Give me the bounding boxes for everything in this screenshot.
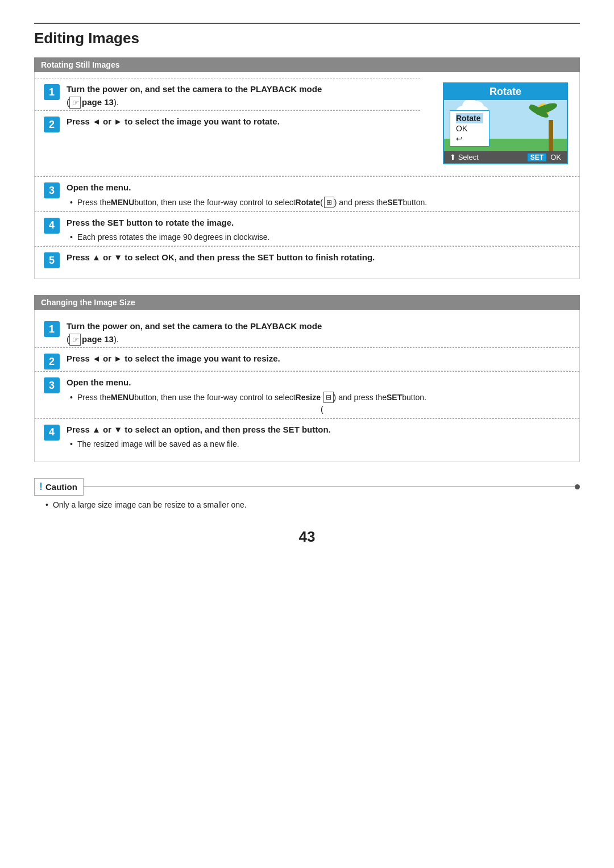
resize-icon: ⊟ — [323, 392, 334, 403]
rotate-footer: ⬆ Select SET OK — [444, 151, 567, 163]
step-2-text: Press ◄ or ► to select the image you wan… — [67, 115, 411, 128]
step-r3-text: Open the menu. — [67, 376, 570, 389]
step-5-rotating: 5 Press ▲ or ▼ to select OK, and then pr… — [35, 246, 579, 269]
caution-line — [84, 487, 575, 488]
step-r4-bullets: The resized image will be saved as a new… — [67, 438, 570, 450]
step-num-3: 3 — [44, 182, 60, 198]
step-r1-content: Turn the power on, and set the camera to… — [67, 320, 570, 346]
step-r2-bold: Press ◄ or ► to select the image you wan… — [67, 354, 280, 363]
step-3-bold: Open the menu. — [67, 182, 131, 192]
step-r4-bold: Press ▲ or ▼ to select an option, and th… — [67, 425, 331, 434]
step-5-content: Press ▲ or ▼ to select OK, and then pres… — [67, 251, 570, 264]
section-header-rotating: Rotating Still Images — [34, 57, 580, 72]
steps-1-2-area: Rotate Rotate OK — [35, 78, 579, 176]
step-r1-text: Turn the power on, and set the camera to… — [67, 320, 570, 346]
step-2-rotating: 2 Press ◄ or ► to select the image you w… — [35, 110, 420, 134]
step-3-rotating: 3 Open the menu. Press the MENU button, … — [35, 176, 579, 211]
step-num-r1: 1 — [44, 321, 60, 337]
step-3-bullet-1: Press the MENU button, then use the four… — [70, 197, 570, 209]
rotate-scene-wrapper: Rotate OK ↩ — [444, 100, 567, 151]
caution-dot — [575, 484, 580, 489]
step-1-bold: Turn the power on, and set the camera to… — [67, 84, 322, 94]
rotate-screen: Rotate Rotate OK — [443, 82, 568, 164]
step-r2-content: Press ◄ or ► to select the image you wan… — [67, 352, 570, 366]
step-num-2: 2 — [44, 117, 60, 132]
step-4-rotating: 4 Press the SET button to rotate the ima… — [35, 211, 579, 246]
caution-label: Caution — [45, 482, 77, 492]
section-header-resize: Changing the Image Size — [34, 295, 580, 310]
step-4-resize: 4 Press ▲ or ▼ to select an option, and … — [35, 418, 579, 453]
palm-trunk — [549, 120, 553, 151]
step-3-resize: 3 Open the menu. Press the MENU button, … — [35, 371, 579, 418]
step-1-content: Turn the power on, and set the camera to… — [67, 83, 411, 109]
step-4-bullet-1: Each press rotates the image 90 degrees … — [70, 231, 570, 243]
section-resize: Changing the Image Size 1 Turn the power… — [34, 295, 580, 462]
rotate-ui-mockup: Rotate Rotate OK — [432, 82, 574, 170]
step-4-bold: Press the SET button to rotate the image… — [67, 218, 234, 227]
rotate-footer-arrows: ⬆ Select — [450, 153, 479, 161]
step-r3-content: Open the menu. Press the MENU button, th… — [67, 376, 570, 417]
page-number: 43 — [34, 528, 580, 546]
step-3-bullets: Press the MENU button, then use the four… — [67, 197, 570, 209]
page-title: Editing Images — [34, 23, 580, 47]
rotate-icon: ⊞ — [324, 197, 334, 208]
step-4-bullets: Each press rotates the image 90 degrees … — [67, 231, 570, 243]
caution-bullets: Only a large size image can be resize to… — [34, 499, 580, 511]
step-1-text: Turn the power on, and set the camera to… — [67, 83, 411, 109]
step-r1-bold: Turn the power on, and set the camera to… — [67, 321, 322, 331]
caution-label-box: ! Caution — [34, 478, 84, 496]
resize-label: Resize — [296, 392, 321, 404]
rotate-menu-item-rotate: Rotate — [456, 113, 483, 123]
step-r3-bullets: Press the MENU button, then use the four… — [67, 392, 570, 416]
book-icon: ☞ — [69, 97, 81, 109]
menu-label-2: MENU — [111, 392, 134, 404]
section-body-resize: 1 Turn the power on, and set the camera … — [34, 310, 580, 462]
step-num-5: 5 — [44, 252, 60, 268]
set-label-2: SET — [387, 392, 402, 404]
rotate-scene: Rotate OK ↩ — [444, 100, 567, 151]
caution-header-row: ! Caution — [34, 478, 580, 496]
step-5-bold: Press ▲ or ▼ to select OK, and then pres… — [67, 252, 375, 262]
step-r3-bullet-1: Press the MENU button, then use the four… — [70, 392, 570, 416]
step-4-text: Press the SET button to rotate the image… — [67, 217, 570, 230]
step-r4-bullet-1: The resized image will be saved as a new… — [70, 438, 570, 450]
step-r1-pageref: page 13 — [82, 334, 114, 344]
step-r3-bold: Open the menu. — [67, 377, 131, 387]
step-num-r2: 2 — [44, 354, 60, 369]
rotate-title-bar: Rotate — [444, 84, 567, 100]
rotate-label: Rotate — [296, 197, 321, 209]
section-rotating: Rotating Still Images Rotate — [34, 57, 580, 279]
step-1-resize: 1 Turn the power on, and set the camera … — [35, 315, 579, 347]
step-num-1: 1 — [44, 84, 60, 100]
menu-label: MENU — [111, 197, 134, 209]
step-2-bold: Press ◄ or ► to select the image you wan… — [67, 117, 280, 126]
step-5-text: Press ▲ or ▼ to select OK, and then pres… — [67, 251, 570, 264]
caution-bullet-1: Only a large size image can be resize to… — [45, 499, 580, 511]
step-1-rotating: 1 Turn the power on, and set the camera … — [35, 78, 420, 110]
caution-section: ! Caution Only a large size image can be… — [34, 478, 580, 511]
rotate-menu-overlay: Rotate OK ↩ — [450, 110, 489, 147]
step-r4-content: Press ▲ or ▼ to select an option, and th… — [67, 423, 570, 452]
step-1-pageref: page 13 — [82, 97, 114, 107]
rotate-menu-item-back: ↩ — [456, 134, 483, 144]
step-r2-text: Press ◄ or ► to select the image you wan… — [67, 352, 570, 366]
rotate-menu-item-ok: OK — [456, 123, 483, 134]
caution-icon: ! — [39, 481, 43, 493]
section-body-rotating: Rotate Rotate OK — [34, 72, 580, 279]
step-r4-text: Press ▲ or ▼ to select an option, and th… — [67, 423, 570, 437]
step-num-r3: 3 — [44, 377, 60, 393]
step-4-content: Press the SET button to rotate the image… — [67, 217, 570, 245]
rotate-footer-set-badge: SET — [528, 153, 546, 161]
step-num-4: 4 — [44, 218, 60, 234]
set-label: SET — [387, 197, 403, 209]
step-2-resize: 2 Press ◄ or ► to select the image you w… — [35, 347, 579, 371]
rotate-footer-set: SET OK — [528, 153, 561, 161]
step-3-text: Open the menu. — [67, 181, 570, 194]
step-3-content: Open the menu. Press the MENU button, th… — [67, 181, 570, 210]
book-icon-2: ☞ — [69, 334, 81, 346]
step-2-content: Press ◄ or ► to select the image you wan… — [67, 115, 411, 128]
step-num-r4: 4 — [44, 425, 60, 441]
